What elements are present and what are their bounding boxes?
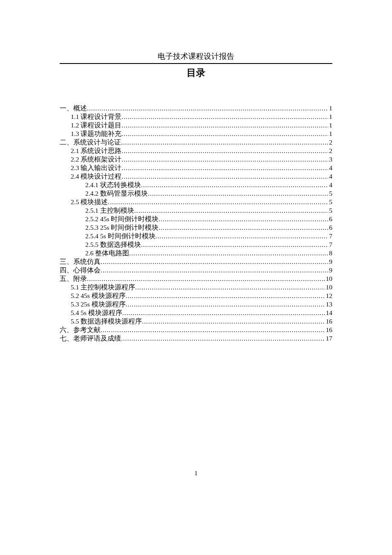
toc-entry: 2.3 输入输出设计4 <box>60 165 332 171</box>
toc-entry: 1.1 课程设计背景1 <box>60 113 332 120</box>
toc-dot-leaders <box>141 182 328 188</box>
toc-entry-page: 16 <box>325 327 333 333</box>
toc-entry-page: 7 <box>328 241 332 248</box>
toc-entry-page: 9 <box>328 258 332 265</box>
toc-entry-label: 5.4 5s 模块源程序 <box>71 309 122 316</box>
toc-entry-page: 6 <box>328 224 332 231</box>
toc-entry: 2.5.4 5s 时间倒计时模块7 <box>60 233 332 240</box>
toc-dot-leaders <box>126 292 325 299</box>
toc-entry: 2.4.2 数码管显示模块5 <box>60 190 332 197</box>
toc-entry-label: 二、系统设计与论证 <box>60 139 121 146</box>
toc-dot-leaders <box>134 207 328 214</box>
toc-dot-leaders <box>142 318 325 325</box>
toc-entry-label: 2.5.4 5s 时间倒计时模块 <box>85 233 156 240</box>
toc-entry-label: 5.3 25s 模块源程序 <box>71 301 126 308</box>
toc-entry-label: 2.5.2 45s 时间倒计时模块 <box>85 216 159 223</box>
toc-entry: 2.5.1 主控制模块5 <box>60 207 332 214</box>
toc-entry: 2.2 系统框架设计3 <box>60 156 332 163</box>
toc-entry-page: 3 <box>328 156 332 163</box>
toc-dot-leaders <box>87 105 328 112</box>
toc-entry-page: 5 <box>328 207 332 214</box>
toc-entry: 1.3 课题功能补充 1 <box>60 130 332 137</box>
toc-entry-label: 5.1 主控制模块源程序 <box>71 284 135 291</box>
toc-dot-leaders <box>121 173 328 180</box>
header-rule <box>60 63 332 64</box>
toc-dot-leaders <box>159 224 328 231</box>
toc-entry-label: 2.5.3 25s 时间倒计时模块 <box>85 224 159 231</box>
toc-entry-page: 4 <box>328 182 332 188</box>
toc-entry-page: 12 <box>325 292 333 299</box>
toc-entry-page: 1 <box>328 130 332 137</box>
toc-entry-page: 5 <box>328 190 332 197</box>
toc-dot-leaders <box>101 258 328 265</box>
toc-entry-label: 2.5.5 数据选择模块 <box>85 241 141 248</box>
toc-entry: 5.2 45s 模块源程序12 <box>60 292 332 299</box>
toc-entry: 2.5.3 25s 时间倒计时模块6 <box>60 224 332 231</box>
toc-entry-label: 2.5.1 主控制模块 <box>85 207 134 214</box>
toc-dot-leaders <box>121 335 325 342</box>
toc-entry: 四、心得体会9 <box>60 267 332 274</box>
toc-entry-page: 4 <box>328 165 332 171</box>
toc-entry-label: 四、心得体会 <box>60 267 101 274</box>
toc-entry: 2.1 系统设计思路2 <box>60 147 332 154</box>
toc-entry-label: 七、老师评语及成绩 <box>60 335 121 342</box>
toc-entry: 5.1 主控制模块源程序10 <box>60 284 332 291</box>
toc-entry-page: 1 <box>328 113 332 120</box>
toc-entry: 5.5 数据选择模块源程序16 <box>60 318 332 325</box>
toc-entry-label: 1.1 课程设计背景 <box>71 113 121 120</box>
toc-entry-page: 2 <box>328 139 332 146</box>
toc-dot-leaders <box>126 301 325 308</box>
toc-entry: 五、附录10 <box>60 275 332 282</box>
toc-entry: 1.2 课程设计题目1 <box>60 122 332 129</box>
toc-entry-label: 2.6 整体电路图 <box>85 250 129 257</box>
toc-dot-leaders <box>121 130 328 137</box>
toc-entry-label: 2.4.2 数码管显示模块 <box>85 190 148 197</box>
toc-entry: 2.6 整体电路图8 <box>60 250 332 257</box>
toc-entry-label: 2.4 模块设计过程 <box>71 173 121 180</box>
toc-entry: 一、概述1 <box>60 105 332 112</box>
toc-dot-leaders <box>122 309 325 316</box>
toc-entry-page: 13 <box>325 301 333 308</box>
toc-entry-page: 2 <box>328 147 332 154</box>
toc-entry: 2.5.2 45s 时间倒计时模块6 <box>60 216 332 223</box>
toc-entry-page: 16 <box>325 318 333 325</box>
toc-dot-leaders <box>121 122 328 129</box>
toc-entry: 二、系统设计与论证 2 <box>60 139 332 146</box>
toc-entry: 5.4 5s 模块源程序14 <box>60 309 332 316</box>
toc-heading: 目录 <box>60 66 332 79</box>
toc-entry: 2.5.5 数据选择模块7 <box>60 241 332 248</box>
toc-entry-label: 2.3 输入输出设计 <box>71 165 121 171</box>
toc-entry-label: 六、参考文献 <box>60 327 101 333</box>
toc-entry-page: 4 <box>328 173 332 180</box>
toc-entry-page: 5 <box>328 199 332 205</box>
toc-dot-leaders <box>121 165 328 171</box>
toc-entry-label: 一、概述 <box>60 105 87 112</box>
toc-entry-label: 5.2 45s 模块源程序 <box>71 292 126 299</box>
toc-entry-page: 8 <box>328 250 332 257</box>
toc-entry-label: 三、系统仿真 <box>60 258 101 265</box>
toc-dot-leaders <box>108 199 328 205</box>
toc-dot-leaders <box>141 241 328 248</box>
toc-entry-page: 10 <box>325 275 333 282</box>
toc-entry-label: 1.2 课程设计题目 <box>71 122 121 129</box>
toc-entry-label: 2.2 系统框架设计 <box>71 156 121 163</box>
toc-dot-leaders <box>159 216 328 223</box>
toc-dot-leaders <box>121 156 328 163</box>
toc-entry-page: 1 <box>328 105 332 112</box>
toc-entry-label: 2.4.1 状态转换模块 <box>85 182 141 188</box>
toc-entry-label: 2.1 系统设计思路 <box>71 147 121 154</box>
toc-dot-leaders <box>129 250 328 257</box>
toc-entry-label: 五、附录 <box>60 275 87 282</box>
toc-entry-page: 9 <box>328 267 332 274</box>
toc-dot-leaders <box>101 267 328 274</box>
toc-entry: 2.5 模块描述5 <box>60 199 332 205</box>
toc-dot-leaders <box>121 147 328 154</box>
toc-dot-leaders <box>87 275 325 282</box>
page-header-title: 电子技术课程设计报告 <box>60 51 332 61</box>
toc-dot-leaders <box>121 113 328 120</box>
toc-entry-page: 17 <box>325 335 333 342</box>
footer-page-number: 1 <box>60 470 332 477</box>
toc-dot-leaders <box>135 284 325 291</box>
toc-entry-page: 10 <box>325 284 333 291</box>
toc-entry: 2.4 模块设计过程4 <box>60 173 332 180</box>
